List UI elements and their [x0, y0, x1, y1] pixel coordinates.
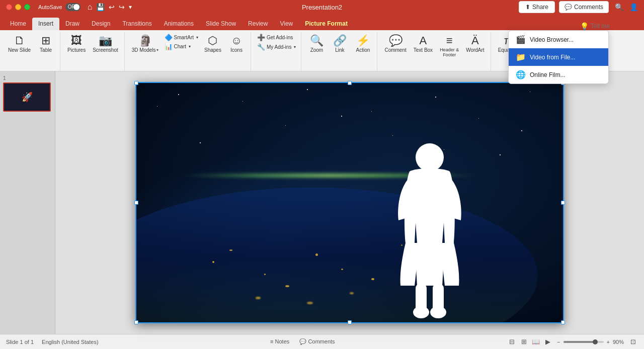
chart-icon: 📊: [165, 43, 173, 50]
notes-button[interactable]: ≡ Notes: [266, 337, 293, 346]
video-dropdown-menu: 🎬 Video Browser... 📁 Video from File... …: [508, 30, 609, 84]
autosave-label: AutoSave: [38, 4, 62, 10]
undo-icon[interactable]: ↩: [109, 3, 115, 11]
icons-icon: ☺: [231, 35, 242, 47]
minimize-button[interactable]: [15, 4, 21, 10]
view-icons: ⊟ ⊞ 📖 ▶: [507, 337, 553, 346]
3d-models-button[interactable]: 🗿 3D Models▾: [129, 33, 162, 54]
toggle-thumb: [73, 4, 79, 10]
zoom-slider[interactable]: [564, 341, 604, 343]
home-icon[interactable]: ⌂: [88, 3, 93, 12]
canvas-area[interactable]: [55, 71, 644, 334]
status-bar: Slide 1 of 1 English (United States) ≡ N…: [0, 334, 644, 349]
redo-icon[interactable]: ↪: [119, 3, 125, 11]
online-film-icon: 🌐: [516, 70, 526, 79]
action-icon: ⚡: [356, 35, 370, 47]
fit-slide-button[interactable]: ⊡: [628, 337, 638, 346]
zoom-level[interactable]: 90%: [613, 339, 624, 345]
group-images: 🖼 Pictures 📷 Screenshot: [61, 32, 125, 71]
zoom-button[interactable]: 🔍 Zoom: [305, 33, 328, 54]
group-illustrations: 🗿 3D Models▾ 🔷 SmartArt▾ 📊 Chart▾ ⬡ Shap…: [126, 32, 251, 71]
wordart-icon: Ä: [471, 35, 479, 47]
zoom-out-icon[interactable]: −: [557, 339, 560, 345]
slideshow-view-icon[interactable]: ▶: [543, 337, 553, 346]
wordart-button[interactable]: Ä WordArt: [463, 33, 488, 54]
video-browser-item[interactable]: 🎬 Video Browser...: [509, 31, 608, 48]
video-from-file-item[interactable]: 📁 Video from File...: [509, 48, 608, 66]
smartart-button[interactable]: 🔷 SmartArt▾: [163, 33, 200, 42]
my-addins-button[interactable]: 🔧 My Add-ins▾: [255, 43, 298, 51]
user-icon[interactable]: 👤: [629, 3, 638, 11]
table-icon: ⊞: [41, 35, 50, 47]
tab-picture-format[interactable]: Picture Format: [299, 18, 354, 30]
tell-me-input[interactable]: [591, 23, 636, 30]
shapes-button[interactable]: ⬡ Shapes: [201, 33, 224, 54]
comments-button[interactable]: 💬 Comments: [559, 1, 609, 13]
share-button[interactable]: ⬆ Share: [519, 1, 555, 13]
screenshot-button[interactable]: 📷 Screenshot: [90, 33, 121, 54]
autosave-toggle[interactable]: OFF: [65, 3, 80, 11]
svg-point-4: [430, 306, 446, 318]
chart-button[interactable]: 📊 Chart▾: [163, 42, 200, 51]
table-button[interactable]: ⊞ Table: [35, 33, 57, 54]
group-text: 💬 Comment A Text Box ≡ Header &Footer Ä …: [378, 32, 491, 71]
language-label: English (United States): [42, 339, 99, 345]
comment-button[interactable]: 💬 Comment: [381, 33, 409, 54]
tab-animations[interactable]: Animations: [158, 18, 200, 30]
zoom-thumb: [593, 339, 598, 344]
title-bar: AutoSave OFF ⌂ 💾 ↩ ↪ ▾ Presentation2 ⬆ S…: [0, 0, 644, 14]
new-slide-icon: 🗋: [14, 35, 25, 47]
link-button[interactable]: 🔗 Link: [329, 33, 351, 54]
online-film-item[interactable]: 🌐 Online Film...: [509, 66, 608, 83]
get-addins-icon: ➕: [257, 34, 265, 41]
tab-slideshow[interactable]: Slide Show: [200, 18, 242, 30]
slide-number: 1: [3, 75, 52, 81]
shapes-icon: ⬡: [208, 35, 217, 47]
lightbulb-icon: 💡: [580, 22, 589, 30]
tab-draw[interactable]: Draw: [59, 18, 86, 30]
zoom-in-icon[interactable]: +: [607, 339, 610, 345]
search-icon[interactable]: 🔍: [615, 3, 623, 11]
header-footer-button[interactable]: ≡ Header &Footer: [437, 33, 462, 59]
group-links: 🔍 Zoom 🔗 Link ⚡ Action: [302, 32, 377, 71]
tab-insert[interactable]: Insert: [32, 18, 59, 30]
get-addins-button[interactable]: ➕ Get Add-ins: [255, 33, 295, 42]
action-button[interactable]: ⚡ Action: [352, 33, 374, 54]
thumb-content: 🚀: [22, 92, 33, 103]
zoom-area: − + 90%: [557, 339, 624, 345]
tab-design[interactable]: Design: [86, 18, 116, 30]
comment-icon: 💬: [565, 4, 572, 11]
link-icon: 🔗: [333, 35, 347, 47]
new-slide-button[interactable]: 🗋 New Slide: [5, 33, 34, 54]
save-icon[interactable]: 💾: [96, 3, 105, 11]
textbox-icon: A: [420, 35, 427, 47]
textbox-button[interactable]: A Text Box: [411, 33, 436, 54]
person-silhouette: [389, 142, 470, 323]
header-footer-icon: ≡: [446, 35, 453, 47]
tab-home[interactable]: Home: [4, 18, 32, 30]
my-addins-icon: 🔧: [257, 43, 265, 51]
pictures-button[interactable]: 🖼 Pictures: [64, 33, 89, 54]
icons-button[interactable]: ☺ Icons: [225, 33, 248, 54]
comments-status-icon: 💬: [299, 338, 306, 344]
slide-sorter-icon[interactable]: ⊞: [519, 337, 529, 346]
maximize-button[interactable]: [24, 4, 30, 10]
reading-view-icon[interactable]: 📖: [531, 337, 541, 346]
3d-models-icon: 🗿: [138, 35, 152, 47]
tab-transitions[interactable]: Transitions: [116, 18, 157, 30]
group-addins: ➕ Get Add-ins 🔧 My Add-ins▾: [252, 32, 301, 71]
normal-view-icon[interactable]: ⊟: [507, 337, 517, 346]
zoom-icon: 🔍: [310, 35, 324, 47]
tab-review[interactable]: Review: [242, 18, 274, 30]
video-browser-icon: 🎬: [516, 35, 526, 44]
group-slides: 🗋 New Slide ⊞ Table: [2, 32, 60, 71]
close-button[interactable]: [6, 4, 12, 10]
main-area: 1 🚀: [0, 71, 644, 334]
customize-icon[interactable]: ▾: [129, 4, 132, 11]
tab-view[interactable]: View: [274, 18, 299, 30]
slide-thumbnail-1[interactable]: 🚀: [3, 82, 51, 112]
svg-point-3: [413, 306, 429, 318]
traffic-lights[interactable]: [6, 4, 30, 10]
comments-status-button[interactable]: 💬 Comments: [295, 337, 339, 346]
zoom-fill: [564, 341, 594, 343]
